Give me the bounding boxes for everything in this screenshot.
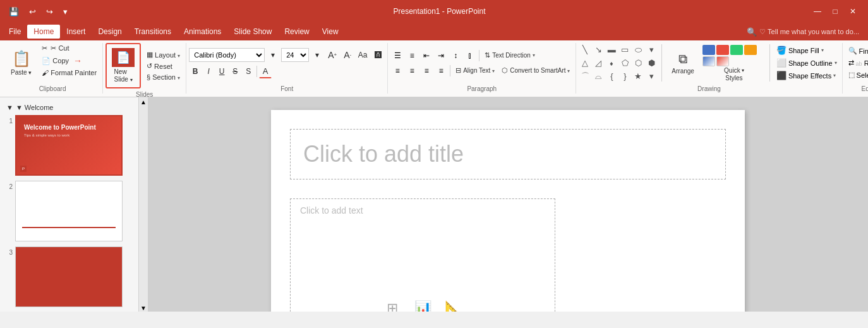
section-button[interactable]: § Section ▾ xyxy=(143,72,183,82)
menu-file[interactable]: File xyxy=(3,25,27,39)
insert-chart-icon[interactable]: 📊 xyxy=(409,300,436,312)
strikethrough-button[interactable]: S xyxy=(229,64,241,78)
shape-outline-button[interactable]: ⬜ Shape Outline ▾ xyxy=(774,57,840,69)
minimize-button[interactable]: — xyxy=(809,3,826,20)
restore-button[interactable]: □ xyxy=(826,3,844,20)
font-size-select[interactable]: 24 xyxy=(281,48,309,62)
quick-style-2[interactable] xyxy=(716,45,729,55)
shape-arrow[interactable]: ↘ xyxy=(592,44,605,56)
menu-home[interactable]: Home xyxy=(27,25,60,39)
align-left-button[interactable]: ≡ xyxy=(390,64,404,78)
find-button[interactable]: 🔍 Find xyxy=(845,46,868,56)
scroll-up-arrow[interactable]: ▲ xyxy=(140,99,147,106)
shape-right-triangle[interactable]: ◿ xyxy=(592,57,605,70)
arrange-button[interactable]: ⧉ Arrange xyxy=(666,49,700,78)
quick-style-1[interactable] xyxy=(702,45,715,55)
shape-rounded-rect[interactable]: ▭ xyxy=(618,44,631,56)
decrease-indent-button[interactable]: ⇤ xyxy=(419,49,433,63)
convert-smartart-button[interactable]: ⬡ Convert to SmartArt ▾ xyxy=(498,65,573,76)
paste-button[interactable]: 📋 Paste ▾ xyxy=(5,43,37,83)
scroll-down-arrow[interactable]: ▼ xyxy=(140,305,147,312)
menu-transitions[interactable]: Transitions xyxy=(128,25,178,39)
copy-button[interactable]: 📄 Copy → xyxy=(39,54,100,67)
insert-smartart-icon[interactable]: 📐 xyxy=(440,300,466,312)
columns-button[interactable]: ⫿ xyxy=(463,49,477,63)
justify-button[interactable]: ≡ xyxy=(434,64,448,78)
shape-star[interactable]: ★ xyxy=(632,70,644,83)
grow-font-button[interactable]: A+ xyxy=(325,48,339,62)
slide-3-thumb[interactable] xyxy=(15,246,123,307)
font-name-select[interactable]: Calibri (Body) xyxy=(189,48,265,62)
quick-style-3[interactable] xyxy=(730,45,743,55)
menu-animations[interactable]: Animations xyxy=(178,25,227,39)
bold-button[interactable]: B xyxy=(189,64,202,78)
shape-chevron-down[interactable]: ▾ xyxy=(645,44,658,56)
change-case-button[interactable]: Aa xyxy=(356,48,370,62)
font-name-dropdown[interactable]: ▾ xyxy=(266,48,280,62)
quick-style-4[interactable] xyxy=(744,45,757,55)
title-placeholder[interactable]: Click to add title xyxy=(290,129,726,179)
shape-diamond[interactable]: ⬧ xyxy=(605,57,618,70)
menu-view[interactable]: View xyxy=(316,25,345,39)
align-text-button[interactable]: ⊟ Align Text ▾ xyxy=(452,65,498,76)
line-spacing-button[interactable]: ↕ xyxy=(449,49,462,63)
menu-review[interactable]: Review xyxy=(278,25,315,39)
para-row-2: ≡ ≡ ≡ ≡ ⊟ Align Text ▾ ⬡ Convert to Smar… xyxy=(390,64,573,78)
shape-effects-button[interactable]: ⬛ Shape Effects ▾ xyxy=(774,70,840,82)
format-painter-button[interactable]: 🖌 Format Painter xyxy=(39,68,100,78)
shape-options: 🪣 Shape Fill ▾ ⬜ Shape Outline ▾ ⬛ Shape… xyxy=(774,44,840,82)
new-slide-button[interactable]: 📄 NewSlide ▾ xyxy=(107,45,139,87)
quick-style-5[interactable] xyxy=(702,56,715,66)
shape-triangle[interactable]: △ xyxy=(579,57,591,70)
shadow-button[interactable]: S xyxy=(242,64,255,78)
select-button[interactable]: ⬚ Select ▾ xyxy=(845,70,868,80)
italic-button[interactable]: I xyxy=(202,64,215,78)
font-size-dropdown[interactable]: ▾ xyxy=(310,48,324,62)
save-icon[interactable]: 💾 xyxy=(6,6,21,18)
reset-button[interactable]: ↺ Reset xyxy=(143,61,183,71)
quick-style-6[interactable] xyxy=(716,56,729,66)
content-placeholder[interactable]: Click to add text ⊞ 📊 📐 🖼 🌐 ▶ xyxy=(290,198,555,312)
shape-rect[interactable]: ▬ xyxy=(605,44,618,56)
shape-heptagon[interactable]: ⬢ xyxy=(645,57,658,70)
undo-icon[interactable]: ↩ xyxy=(27,6,39,18)
group-expand-icon[interactable]: ▼ xyxy=(6,104,13,111)
shape-oval[interactable]: ⬭ xyxy=(632,44,644,56)
cut-button[interactable]: ✂ ✂ Cut xyxy=(39,43,100,54)
tell-me-search[interactable]: 🔍 ♡ Tell me what you want to do... xyxy=(740,25,865,39)
align-right-button[interactable]: ≡ xyxy=(419,64,433,78)
shape-curly[interactable]: { xyxy=(605,70,618,83)
slide-2-thumb[interactable] xyxy=(15,181,123,241)
shape-pentagon[interactable]: ⬠ xyxy=(618,57,631,70)
shapes-more[interactable]: ▾ xyxy=(645,70,658,83)
menu-insert[interactable]: Insert xyxy=(60,25,92,39)
shape-brace[interactable]: ⌒ xyxy=(579,70,591,83)
shape-line[interactable]: ╲ xyxy=(579,44,591,56)
shape-arc[interactable]: ⌓ xyxy=(592,70,605,83)
font-color-button[interactable]: A xyxy=(259,64,272,78)
shape-bracket[interactable]: } xyxy=(618,70,631,83)
menu-slideshow[interactable]: Slide Show xyxy=(227,25,278,39)
underline-button[interactable]: U xyxy=(215,64,228,78)
increase-indent-button[interactable]: ⇥ xyxy=(434,49,448,63)
layout-button[interactable]: ▦ Layout ▾ xyxy=(143,49,183,60)
slide-1-thumb[interactable]: Welcome to PowerPoint Tips & simple ways… xyxy=(15,115,123,176)
shape-fill-button[interactable]: 🪣 Shape Fill ▾ xyxy=(774,44,840,56)
clear-format-button[interactable]: 🅰 xyxy=(371,48,385,62)
section-label: Section ▾ xyxy=(152,73,180,81)
vertical-scrollbar[interactable]: ▲ ▼ xyxy=(139,97,148,312)
replace-button[interactable]: ⇄ ab Replace ▾ xyxy=(845,58,868,68)
close-button[interactable]: ✕ xyxy=(844,3,862,20)
shrink-font-button[interactable]: A- xyxy=(341,48,354,62)
text-direction-button[interactable]: ⇅ Text Direction ▾ xyxy=(481,50,538,61)
align-center-button[interactable]: ≡ xyxy=(405,64,419,78)
quick-styles-label[interactable]: Quick▾ xyxy=(724,67,744,74)
bullets-button[interactable]: ☰ xyxy=(390,49,404,63)
redo-icon[interactable]: ↪ xyxy=(44,6,56,18)
numbered-list-button[interactable]: ≡ xyxy=(405,49,419,63)
insert-table-icon[interactable]: ⊞ xyxy=(379,300,406,312)
shape-hexagon[interactable]: ⬡ xyxy=(632,57,644,70)
customize-qat-icon[interactable]: ▾ xyxy=(61,6,70,18)
title-placeholder-text: Click to add title xyxy=(303,141,464,167)
menu-design[interactable]: Design xyxy=(92,25,128,39)
